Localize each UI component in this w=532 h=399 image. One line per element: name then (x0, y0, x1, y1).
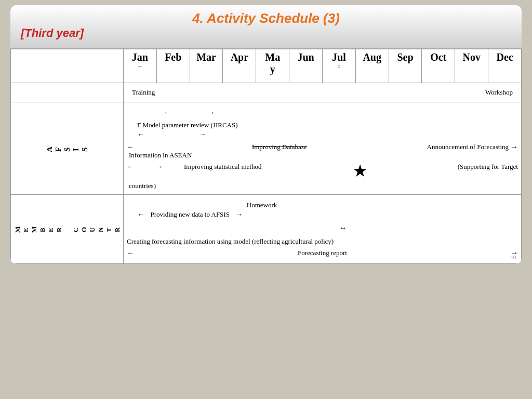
star-symbol: ★ (353, 163, 366, 180)
top-label-cell (11, 83, 124, 102)
workshop-label: Workshop (485, 88, 513, 97)
month-aug: Aug (355, 49, 389, 83)
improving-database-text: Improving Database (138, 143, 421, 151)
sub-title: [Third year] (21, 26, 511, 40)
header-section: 4. Activity Schedule (3) [Third year] (10, 5, 522, 49)
countries-text: countries) (129, 182, 518, 190)
page-number: 10 (511, 255, 516, 260)
member-label: MEMBER COUNTR (11, 195, 124, 264)
month-may: May (256, 49, 289, 83)
homework-arrow-right: → (235, 210, 243, 218)
improving-database-arrow-right: → (511, 143, 518, 151)
afsis-database-row: ← Improving Database Announcement of For… (127, 143, 518, 159)
month-mar: Mar (190, 49, 223, 83)
stat-method-text: Improving statistical method (184, 163, 261, 171)
afsis-model-review: F Model parameter review (JIRCAS) ← → (137, 121, 518, 139)
afsis-arrow1: ← → (127, 109, 518, 117)
afsis-statistical-row: ← → Improving statistical method ★ (Supp… (127, 163, 518, 180)
top-activity-cell: Training Workshop (124, 83, 522, 102)
month-dec: Dec (488, 49, 522, 83)
homework-arrow: ← (137, 210, 144, 218)
month-header-row: Jan↔ Feb Mar Apr May Jun Jul○ Aug Sep Oc… (11, 49, 522, 83)
stat-arrow-left: ← → (127, 163, 163, 170)
month-jun: Jun (289, 49, 323, 83)
forecasting-info-text: Creating forecasting information using m… (127, 237, 334, 245)
afsis-content: ← → F Model parameter review (JIRCAS) ← (124, 102, 522, 195)
month-jan: Jan↔ (124, 49, 157, 83)
announcement-text: Announcement of Forecasting (427, 143, 509, 151)
main-title: 4. Activity Schedule (3) (21, 10, 511, 26)
month-sep: Sep (389, 49, 422, 83)
forecasting-report-row: ← Forecasting report → (127, 249, 518, 257)
supporting-text: (Supporting for Target (458, 163, 518, 171)
member-row: MEMBER COUNTR Homework ← Providing new d… (11, 195, 522, 264)
providing-data-text: Providing new data to AFSIS (151, 210, 230, 218)
month-jul: Jul○ (322, 49, 355, 83)
slide-inner: 4. Activity Schedule (3) [Third year] Ja… (10, 5, 522, 264)
improving-database-arrow: ← (127, 143, 134, 151)
month-nov: Nov (455, 49, 488, 83)
homework-label: Homework (247, 201, 277, 209)
forecasting-info-row: Creating forecasting information using m… (127, 237, 518, 246)
month-apr: Apr (223, 49, 256, 83)
model-review-arrow: ← → (137, 130, 206, 138)
training-label: Training (132, 88, 155, 97)
center-arrow-row: ↔ (127, 224, 518, 232)
information-asean: Information in ASEAN (129, 151, 518, 159)
slide-container: 4. Activity Schedule (3) [Third year] Ja… (0, 5, 532, 399)
member-content: Homework ← Providing new data to AFSIS →… (124, 195, 522, 264)
top-activity-row: Training Workshop (11, 83, 522, 102)
month-oct: Oct (422, 49, 455, 83)
model-review-text: F Model parameter review (JIRCAS) (137, 121, 238, 129)
afsis-row: AFSIS ← → F Mod (11, 102, 522, 195)
month-feb: Feb (156, 49, 190, 83)
label-col-header (11, 49, 124, 83)
afsis-label: AFSIS (11, 102, 124, 195)
forecasting-report-text: Forecasting report (134, 249, 511, 257)
report-arrow-left: ← (127, 249, 134, 257)
center-arrow: ↔ (340, 224, 347, 232)
homework-section: Homework ← Providing new data to AFSIS → (127, 201, 518, 219)
schedule-table: Jan↔ Feb Mar Apr May Jun Jul○ Aug Sep Oc… (10, 49, 522, 264)
